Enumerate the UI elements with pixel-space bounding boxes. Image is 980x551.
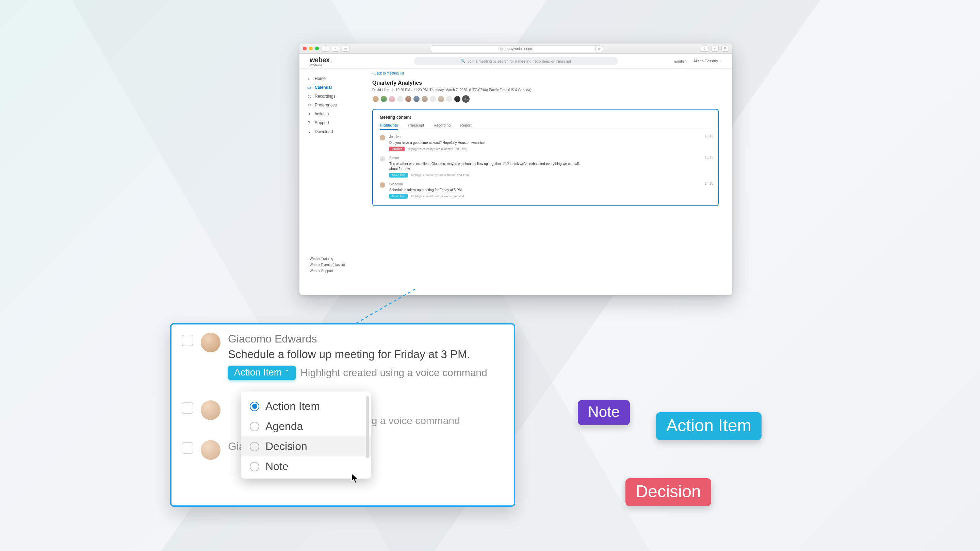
avatar[interactable] [446,95,453,102]
chevron-up-icon: ⌃ [285,369,290,376]
meeting-title: Quarterly Analytics [372,80,719,86]
home-icon: ⌂ [307,76,311,81]
highlight-badge[interactable]: Action Item [389,194,408,198]
sidebar-item-home[interactable]: ⌂Home [299,74,368,83]
refresh-icon[interactable]: ⟳ [595,46,603,52]
svg-line-0 [350,289,415,327]
sidebar-item-recordings[interactable]: ◎Recordings [299,92,368,101]
category-dropdown-trigger[interactable]: Action Item⌃ [228,366,296,380]
recordings-icon: ◎ [307,94,311,98]
language-selector[interactable]: English [675,59,687,63]
avatar[interactable] [405,95,412,102]
avatar[interactable] [380,95,387,102]
maximize-icon[interactable] [315,47,319,50]
meeting-content-panel: Meeting content Highlights Transcript Re… [372,109,719,206]
nav-fwd-button[interactable]: › [332,46,339,52]
panel-title: Meeting content [380,115,711,120]
sidebar-item-support[interactable]: ?Support [299,118,368,127]
avatar [201,333,221,353]
radio-selected-icon [250,402,259,411]
content-tabs: Highlights Transcript Recording Report [380,123,711,130]
avatar[interactable] [388,95,395,102]
highlight-item: Jessica Did you have a good time at leas… [380,134,711,151]
download-icon: ⭳ [307,130,311,134]
highlight-text: The weather was excellent. Giacomo, mayb… [389,161,580,171]
category-pill-note: Note [578,400,630,425]
avatar[interactable] [454,95,461,102]
radio-icon [250,442,259,451]
user-menu[interactable]: Alison Cassidy ⌄ [694,59,722,63]
sidebar-footer: Webex Training Webex Events (classic) We… [310,256,345,274]
sidebar-item-download[interactable]: ⭳Download [299,127,368,136]
highlight-row: Giacomo Edwards Schedule a follow up mee… [172,324,514,380]
highlight-source: Highlight created by Sara (Channel End P… [408,147,467,151]
highlight-time: 13:13 [705,156,713,159]
tab-recording[interactable]: Recording [434,123,450,130]
app-header: webex by CISCO 🔍 Join a meeting or searc… [299,54,732,69]
avatar[interactable] [372,95,379,102]
chart-icon: ⫾ [307,112,311,116]
search-placeholder: Join a meeting or search for a meeting, … [468,59,571,63]
close-icon[interactable] [303,47,307,50]
checkbox[interactable] [182,335,193,346]
search-icon: 🔍 [461,59,466,63]
avatar [380,182,385,188]
highlight-badge[interactable]: Action Item [389,173,408,178]
avatar: S [380,156,385,162]
avatar[interactable] [421,95,428,102]
sidebar-item-calendar[interactable]: ▭Calendar [299,83,368,92]
highlight-time: 14:10 [705,182,713,185]
dropdown-option-agenda[interactable]: Agenda [241,416,371,437]
category-dropdown[interactable]: Action Item Agenda Decision Note [241,392,371,478]
scrollbar[interactable] [366,396,369,458]
highlight-source: Highlight created using a voice command [411,194,464,198]
avatar[interactable] [413,95,420,102]
tab-transcript[interactable]: Transcript [408,123,424,130]
app-logo: webex by CISCO [310,56,330,66]
sidebar-item-preferences[interactable]: ⚙Preferences [299,101,368,110]
avatar[interactable] [438,95,444,102]
footer-link[interactable]: Webex Events (classic) [310,262,345,268]
back-link[interactable]: ‹ Back to meeting list [372,71,719,75]
highlight-item: S Simon The weather was excellent. Giaco… [380,156,711,178]
gear-icon: ⚙ [307,103,311,108]
footer-link[interactable]: Webex Support [310,268,345,274]
avatar [380,135,385,140]
checkbox[interactable] [182,402,193,414]
main-content: ‹ Back to meeting list Quarterly Analyti… [368,69,732,295]
window-controls[interactable] [303,47,319,50]
meeting-meta: David Liam | 10:20 PM - 11:20 PM, Thursd… [372,88,719,92]
highlight-author: Jessica [389,134,485,140]
avatar[interactable] [397,95,404,102]
meeting-time: 10:20 PM - 11:20 PM, Thursday, March 7, … [396,88,531,92]
browser-chrome: ‹ › ▭ company.webex.com ⟳ ⇪ + ⧉ [299,43,732,54]
footer-link[interactable]: Webex Training [310,256,345,262]
avatar[interactable] [430,95,436,102]
tabs-icon[interactable]: ⧉ [721,46,729,52]
attendee-overflow[interactable]: +12 [462,95,469,103]
highlight-author: Giacomo Edwards [228,333,504,345]
highlight-source: Highlight created using a voice command [301,367,487,379]
sidebar-toggle-icon[interactable]: ▭ [342,46,350,52]
dropdown-option-action-item[interactable]: Action Item [241,396,371,416]
nav-back-button[interactable]: ‹ [321,46,329,52]
sidebar-item-insights[interactable]: ⫾Insights [299,110,368,118]
minimize-icon[interactable] [309,47,313,50]
highlight-author: Simon [389,156,580,160]
tab-report[interactable]: Report [460,123,471,130]
attendee-list: +12 [372,95,719,103]
avatar [201,400,221,420]
new-tab-icon[interactable]: + [711,46,719,52]
address-bar[interactable]: company.webex.com [431,45,601,52]
highlight-badge[interactable]: Decision [389,147,404,151]
share-icon[interactable]: ⇪ [701,46,708,52]
highlight-text: Did you have a good time at least? Hopef… [389,140,485,145]
checkbox[interactable] [182,442,193,454]
dropdown-option-decision[interactable]: Decision [241,437,371,456]
meeting-host: David Liam [372,88,389,92]
help-icon: ? [307,121,311,125]
tab-highlights[interactable]: Highlights [380,123,398,130]
highlight-item: Giacomo Schedule a follow up meeting for… [380,182,711,198]
radio-icon [250,422,259,431]
global-search[interactable]: 🔍 Join a meeting or search for a meeting… [414,57,618,65]
